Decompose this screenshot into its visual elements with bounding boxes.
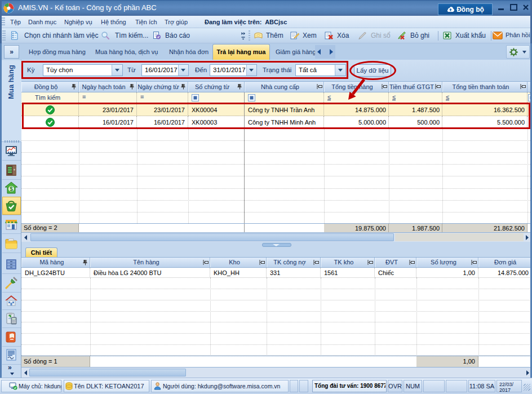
svg-text:$: $ bbox=[10, 186, 13, 192]
